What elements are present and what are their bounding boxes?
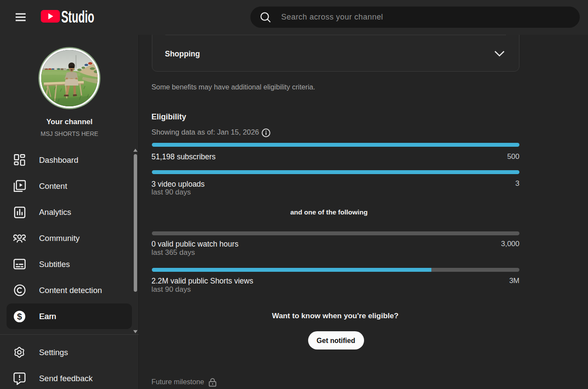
svg-text:$: $ [17,311,22,321]
